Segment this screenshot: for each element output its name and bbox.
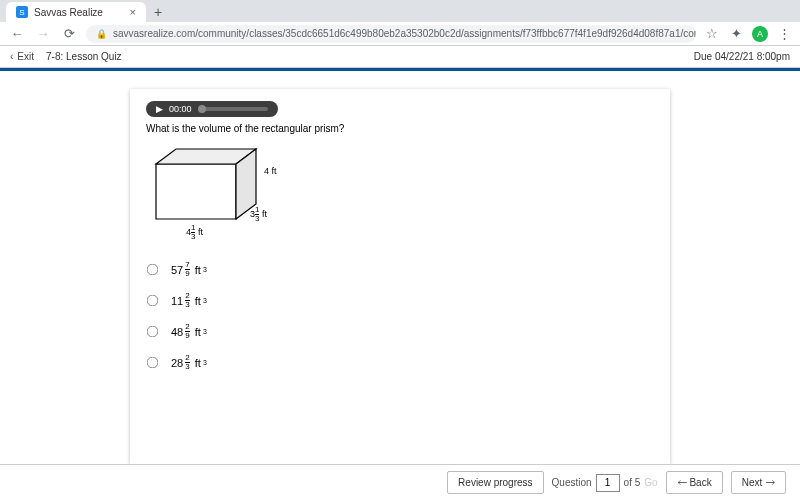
menu-icon[interactable]: ⋮ — [776, 26, 792, 42]
back-button[interactable]: 🡐 Back — [666, 471, 723, 494]
choice-b[interactable]: 1123 ft3 — [146, 285, 654, 316]
question-number-input[interactable] — [596, 474, 620, 492]
question-total: of 5 — [624, 477, 641, 488]
choice-a-radio[interactable] — [147, 264, 159, 276]
prism-figure: 4 ft 313 ft 413 ft — [146, 144, 346, 244]
dim-width: 413 ft — [186, 224, 203, 241]
audio-time: 00:00 — [169, 104, 192, 114]
question-prompt: What is the volume of the rectangular pr… — [146, 123, 654, 134]
question-nav: Question of 5 Go — [552, 474, 658, 492]
extensions-icon[interactable]: ✦ — [728, 26, 744, 42]
close-icon[interactable]: × — [130, 6, 136, 18]
content-stage: ▶ 00:00 What is the volume of the rectan… — [0, 71, 800, 464]
address-bar[interactable]: 🔒 savvasrealize.com/community/classes/35… — [86, 25, 696, 43]
browser-tab[interactable]: S Savvas Realize × — [6, 2, 146, 22]
choice-a[interactable]: 5779 ft3 — [146, 254, 654, 285]
arrow-right-icon: 🡒 — [765, 477, 775, 488]
due-date: Due 04/22/21 8:00pm — [694, 51, 790, 62]
choice-d[interactable]: 2823 ft3 — [146, 347, 654, 378]
answer-choices: 5779 ft3 1123 ft3 4829 ft3 2823 ft3 — [146, 254, 654, 378]
favicon-icon: S — [16, 6, 28, 18]
exit-label: Exit — [17, 51, 34, 62]
star-icon[interactable]: ☆ — [704, 26, 720, 42]
nav-back-icon[interactable]: ← — [8, 26, 26, 41]
chevron-left-icon: ‹ — [10, 51, 13, 62]
tab-title: Savvas Realize — [34, 7, 103, 18]
question-label: Question — [552, 477, 592, 488]
address-row: ← → ⟳ 🔒 savvasrealize.com/community/clas… — [0, 22, 800, 46]
choice-d-radio[interactable] — [147, 357, 159, 369]
choice-c-radio[interactable] — [147, 326, 159, 338]
dim-depth: 313 ft — [250, 206, 267, 223]
go-button[interactable]: Go — [644, 477, 657, 488]
exit-button[interactable]: ‹ Exit — [10, 51, 34, 62]
choice-c[interactable]: 4829 ft3 — [146, 316, 654, 347]
url-text: savvasrealize.com/community/classes/35cd… — [113, 28, 696, 39]
question-card: ▶ 00:00 What is the volume of the rectan… — [130, 89, 670, 464]
profile-avatar[interactable]: A — [752, 26, 768, 42]
svg-marker-0 — [156, 164, 236, 219]
choice-a-value: 5779 ft3 — [171, 261, 207, 278]
nav-forward-icon[interactable]: → — [34, 26, 52, 41]
choice-b-radio[interactable] — [147, 295, 159, 307]
dim-height: 4 ft — [264, 166, 277, 176]
choice-d-value: 2823 ft3 — [171, 354, 207, 371]
lock-icon: 🔒 — [96, 29, 107, 39]
bottom-bar: Review progress Question of 5 Go 🡐 Back … — [0, 464, 800, 500]
review-progress-button[interactable]: Review progress — [447, 471, 543, 494]
arrow-left-icon: 🡐 — [677, 477, 687, 488]
audio-player[interactable]: ▶ 00:00 — [146, 101, 278, 117]
lesson-title: 7-8: Lesson Quiz — [46, 51, 122, 62]
audio-track[interactable] — [198, 107, 268, 111]
browser-chrome: S Savvas Realize × + ← → ⟳ 🔒 savvasreali… — [0, 0, 800, 46]
play-icon[interactable]: ▶ — [156, 104, 163, 114]
app-topbar: ‹ Exit 7-8: Lesson Quiz Due 04/22/21 8:0… — [0, 46, 800, 68]
tab-row: S Savvas Realize × + — [0, 0, 800, 22]
reload-icon[interactable]: ⟳ — [60, 26, 78, 41]
next-button[interactable]: Next 🡒 — [731, 471, 786, 494]
new-tab-button[interactable]: + — [146, 2, 170, 22]
choice-c-value: 4829 ft3 — [171, 323, 207, 340]
choice-b-value: 1123 ft3 — [171, 292, 207, 309]
